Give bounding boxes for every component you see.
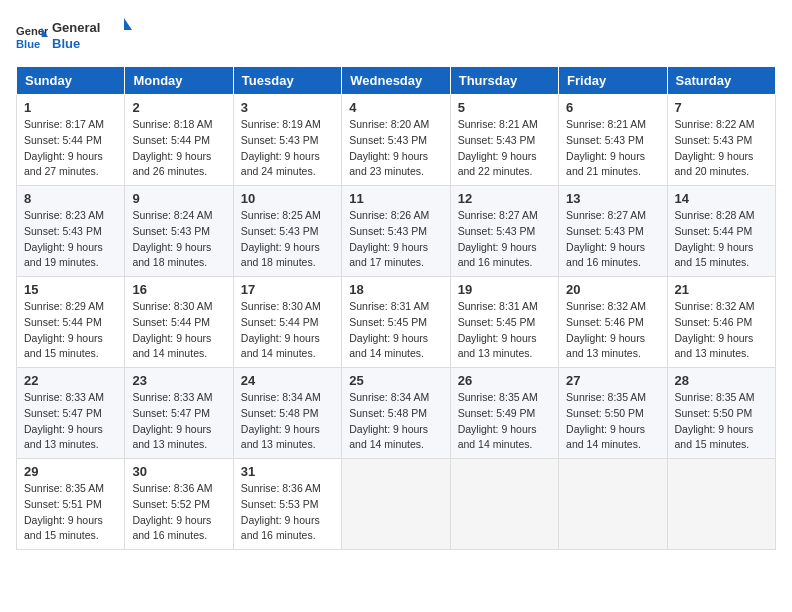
day-number: 10 [241,191,334,206]
day-number: 30 [132,464,225,479]
day-info: Sunrise: 8:19 AM Sunset: 5:43 PM Dayligh… [241,117,334,180]
day-info: Sunrise: 8:35 AM Sunset: 5:51 PM Dayligh… [24,481,117,544]
day-number: 5 [458,100,551,115]
day-info: Sunrise: 8:34 AM Sunset: 5:48 PM Dayligh… [241,390,334,453]
day-info: Sunrise: 8:34 AM Sunset: 5:48 PM Dayligh… [349,390,442,453]
calendar-cell: 11 Sunrise: 8:26 AM Sunset: 5:43 PM Dayl… [342,186,450,277]
calendar-cell: 16 Sunrise: 8:30 AM Sunset: 5:44 PM Dayl… [125,277,233,368]
weekday-sunday: Sunday [17,67,125,95]
calendar-cell: 6 Sunrise: 8:21 AM Sunset: 5:43 PM Dayli… [559,95,667,186]
calendar-cell: 10 Sunrise: 8:25 AM Sunset: 5:43 PM Dayl… [233,186,341,277]
day-number: 26 [458,373,551,388]
calendar-cell: 26 Sunrise: 8:35 AM Sunset: 5:49 PM Dayl… [450,368,558,459]
svg-text:General: General [52,20,100,35]
weekday-thursday: Thursday [450,67,558,95]
calendar-cell: 22 Sunrise: 8:33 AM Sunset: 5:47 PM Dayl… [17,368,125,459]
day-number: 20 [566,282,659,297]
day-info: Sunrise: 8:31 AM Sunset: 5:45 PM Dayligh… [349,299,442,362]
calendar-cell: 9 Sunrise: 8:24 AM Sunset: 5:43 PM Dayli… [125,186,233,277]
svg-text:Blue: Blue [16,38,40,50]
day-info: Sunrise: 8:22 AM Sunset: 5:43 PM Dayligh… [675,117,768,180]
day-info: Sunrise: 8:35 AM Sunset: 5:50 PM Dayligh… [675,390,768,453]
calendar-cell: 12 Sunrise: 8:27 AM Sunset: 5:43 PM Dayl… [450,186,558,277]
day-info: Sunrise: 8:23 AM Sunset: 5:43 PM Dayligh… [24,208,117,271]
day-number: 22 [24,373,117,388]
day-info: Sunrise: 8:26 AM Sunset: 5:43 PM Dayligh… [349,208,442,271]
day-number: 31 [241,464,334,479]
day-number: 13 [566,191,659,206]
day-number: 12 [458,191,551,206]
calendar-cell: 13 Sunrise: 8:27 AM Sunset: 5:43 PM Dayl… [559,186,667,277]
calendar-table: SundayMondayTuesdayWednesdayThursdayFrid… [16,66,776,550]
calendar-week-3: 15 Sunrise: 8:29 AM Sunset: 5:44 PM Dayl… [17,277,776,368]
calendar-cell: 2 Sunrise: 8:18 AM Sunset: 5:44 PM Dayli… [125,95,233,186]
day-number: 21 [675,282,768,297]
day-info: Sunrise: 8:30 AM Sunset: 5:44 PM Dayligh… [241,299,334,362]
day-info: Sunrise: 8:35 AM Sunset: 5:50 PM Dayligh… [566,390,659,453]
day-info: Sunrise: 8:33 AM Sunset: 5:47 PM Dayligh… [24,390,117,453]
day-info: Sunrise: 8:24 AM Sunset: 5:43 PM Dayligh… [132,208,225,271]
day-info: Sunrise: 8:27 AM Sunset: 5:43 PM Dayligh… [566,208,659,271]
day-number: 16 [132,282,225,297]
day-info: Sunrise: 8:21 AM Sunset: 5:43 PM Dayligh… [566,117,659,180]
calendar-week-5: 29 Sunrise: 8:35 AM Sunset: 5:51 PM Dayl… [17,459,776,550]
day-info: Sunrise: 8:30 AM Sunset: 5:44 PM Dayligh… [132,299,225,362]
weekday-friday: Friday [559,67,667,95]
calendar-cell: 4 Sunrise: 8:20 AM Sunset: 5:43 PM Dayli… [342,95,450,186]
calendar-cell: 7 Sunrise: 8:22 AM Sunset: 5:43 PM Dayli… [667,95,775,186]
svg-marker-5 [124,18,132,30]
day-info: Sunrise: 8:18 AM Sunset: 5:44 PM Dayligh… [132,117,225,180]
calendar-week-1: 1 Sunrise: 8:17 AM Sunset: 5:44 PM Dayli… [17,95,776,186]
calendar-cell: 29 Sunrise: 8:35 AM Sunset: 5:51 PM Dayl… [17,459,125,550]
logo-svg: General Blue [52,16,142,54]
day-info: Sunrise: 8:17 AM Sunset: 5:44 PM Dayligh… [24,117,117,180]
calendar-cell: 17 Sunrise: 8:30 AM Sunset: 5:44 PM Dayl… [233,277,341,368]
calendar-week-2: 8 Sunrise: 8:23 AM Sunset: 5:43 PM Dayli… [17,186,776,277]
logo: General Blue General Blue [16,16,142,58]
weekday-wednesday: Wednesday [342,67,450,95]
day-number: 18 [349,282,442,297]
day-number: 28 [675,373,768,388]
calendar-cell: 18 Sunrise: 8:31 AM Sunset: 5:45 PM Dayl… [342,277,450,368]
calendar-cell: 20 Sunrise: 8:32 AM Sunset: 5:46 PM Dayl… [559,277,667,368]
calendar-cell [667,459,775,550]
day-info: Sunrise: 8:31 AM Sunset: 5:45 PM Dayligh… [458,299,551,362]
svg-text:Blue: Blue [52,36,80,51]
day-info: Sunrise: 8:36 AM Sunset: 5:53 PM Dayligh… [241,481,334,544]
day-number: 17 [241,282,334,297]
calendar-cell [559,459,667,550]
calendar-cell: 1 Sunrise: 8:17 AM Sunset: 5:44 PM Dayli… [17,95,125,186]
day-info: Sunrise: 8:21 AM Sunset: 5:43 PM Dayligh… [458,117,551,180]
day-info: Sunrise: 8:33 AM Sunset: 5:47 PM Dayligh… [132,390,225,453]
day-number: 7 [675,100,768,115]
day-info: Sunrise: 8:32 AM Sunset: 5:46 PM Dayligh… [566,299,659,362]
calendar-body: 1 Sunrise: 8:17 AM Sunset: 5:44 PM Dayli… [17,95,776,550]
calendar-cell: 25 Sunrise: 8:34 AM Sunset: 5:48 PM Dayl… [342,368,450,459]
page-header: General Blue General Blue [16,16,776,58]
day-info: Sunrise: 8:25 AM Sunset: 5:43 PM Dayligh… [241,208,334,271]
day-number: 2 [132,100,225,115]
calendar-cell: 23 Sunrise: 8:33 AM Sunset: 5:47 PM Dayl… [125,368,233,459]
day-number: 11 [349,191,442,206]
day-info: Sunrise: 8:32 AM Sunset: 5:46 PM Dayligh… [675,299,768,362]
day-info: Sunrise: 8:20 AM Sunset: 5:43 PM Dayligh… [349,117,442,180]
day-number: 25 [349,373,442,388]
day-info: Sunrise: 8:27 AM Sunset: 5:43 PM Dayligh… [458,208,551,271]
day-number: 27 [566,373,659,388]
weekday-monday: Monday [125,67,233,95]
calendar-cell: 14 Sunrise: 8:28 AM Sunset: 5:44 PM Dayl… [667,186,775,277]
calendar-cell: 15 Sunrise: 8:29 AM Sunset: 5:44 PM Dayl… [17,277,125,368]
day-number: 1 [24,100,117,115]
calendar-cell: 3 Sunrise: 8:19 AM Sunset: 5:43 PM Dayli… [233,95,341,186]
day-number: 24 [241,373,334,388]
day-number: 4 [349,100,442,115]
day-info: Sunrise: 8:36 AM Sunset: 5:52 PM Dayligh… [132,481,225,544]
calendar-cell: 19 Sunrise: 8:31 AM Sunset: 5:45 PM Dayl… [450,277,558,368]
calendar-cell: 31 Sunrise: 8:36 AM Sunset: 5:53 PM Dayl… [233,459,341,550]
day-number: 14 [675,191,768,206]
weekday-header-row: SundayMondayTuesdayWednesdayThursdayFrid… [17,67,776,95]
weekday-saturday: Saturday [667,67,775,95]
calendar-cell: 24 Sunrise: 8:34 AM Sunset: 5:48 PM Dayl… [233,368,341,459]
day-number: 19 [458,282,551,297]
day-info: Sunrise: 8:28 AM Sunset: 5:44 PM Dayligh… [675,208,768,271]
